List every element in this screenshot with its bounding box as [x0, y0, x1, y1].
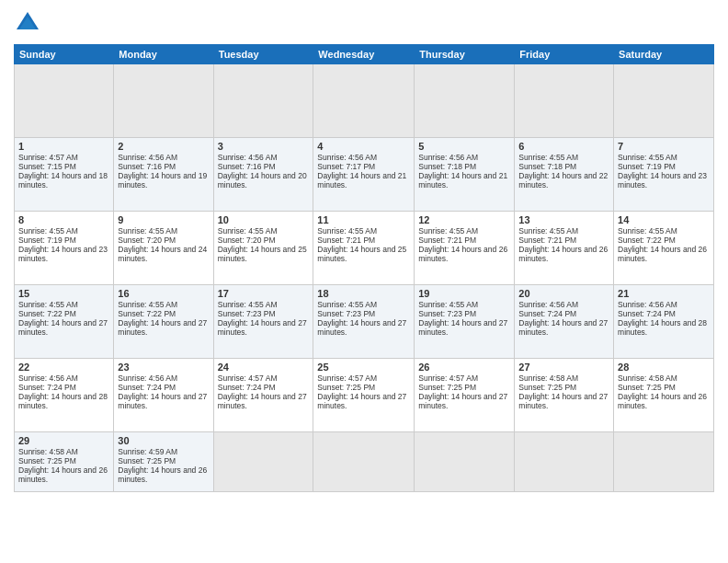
calendar-cell — [415, 432, 515, 492]
day-number: 7 — [618, 141, 710, 152]
calendar-cell — [313, 64, 415, 138]
daylight-label: Daylight: 14 hours and 26 minutes. — [518, 245, 608, 263]
daylight-label: Daylight: 14 hours and 22 minutes. — [518, 171, 608, 190]
daylight-label: Daylight: 14 hours and 23 minutes. — [618, 171, 707, 190]
day-number: 25 — [317, 362, 410, 373]
sunset-label: Sunset: 7:24 PM — [18, 383, 76, 392]
calendar-cell: 28 Sunrise: 4:58 AM Sunset: 7:25 PM Dayl… — [614, 359, 714, 432]
day-number: 22 — [18, 362, 109, 373]
logo-icon — [14, 9, 41, 37]
calendar-cell: 24 Sunrise: 4:57 AM Sunset: 7:24 PM Dayl… — [213, 359, 313, 432]
sunrise-label: Sunrise: 4:56 AM — [317, 153, 377, 162]
calendar-cell: 6 Sunrise: 4:55 AM Sunset: 7:18 PM Dayli… — [515, 138, 614, 212]
day-number: 16 — [118, 288, 209, 299]
calendar-cell: 16 Sunrise: 4:55 AM Sunset: 7:22 PM Dayl… — [114, 285, 213, 359]
calendar-cell: 2 Sunrise: 4:56 AM Sunset: 7:16 PM Dayli… — [114, 138, 213, 212]
calendar-cell — [515, 432, 614, 492]
day-number: 24 — [218, 362, 310, 373]
daylight-label: Daylight: 14 hours and 23 minutes. — [18, 245, 108, 263]
sunrise-label: Sunrise: 4:55 AM — [518, 226, 578, 236]
day-number: 8 — [18, 214, 109, 225]
sunrise-label: Sunrise: 4:58 AM — [618, 373, 677, 383]
daylight-label: Daylight: 14 hours and 19 minutes. — [118, 171, 207, 190]
sunset-label: Sunset: 7:23 PM — [418, 309, 476, 318]
header — [14, 9, 714, 37]
calendar-cell: 18 Sunrise: 4:55 AM Sunset: 7:23 PM Dayl… — [313, 285, 415, 359]
daylight-label: Daylight: 14 hours and 27 minutes. — [18, 318, 108, 337]
calendar-cell: 1 Sunrise: 4:57 AM Sunset: 7:15 PM Dayli… — [15, 138, 114, 212]
day-number: 27 — [518, 362, 609, 373]
sunrise-label: Sunrise: 4:55 AM — [317, 300, 377, 309]
sunset-label: Sunset: 7:25 PM — [18, 456, 76, 465]
sunrise-label: Sunrise: 4:55 AM — [618, 153, 677, 162]
sunrise-label: Sunrise: 4:55 AM — [418, 300, 478, 309]
day-number: 30 — [118, 435, 209, 446]
calendar-cell — [15, 64, 114, 138]
sunrise-label: Sunrise: 4:58 AM — [518, 373, 578, 383]
calendar-cell — [213, 64, 313, 138]
sunset-label: Sunset: 7:20 PM — [118, 236, 176, 245]
day-number: 9 — [118, 214, 209, 225]
calendar-week-row: 1 Sunrise: 4:57 AM Sunset: 7:15 PM Dayli… — [15, 138, 714, 212]
sunset-label: Sunset: 7:16 PM — [218, 162, 276, 171]
calendar-cell: 25 Sunrise: 4:57 AM Sunset: 7:25 PM Dayl… — [313, 359, 415, 432]
sunrise-label: Sunrise: 4:56 AM — [18, 373, 78, 383]
sunrise-label: Sunrise: 4:56 AM — [618, 300, 677, 309]
sunset-label: Sunset: 7:15 PM — [18, 162, 76, 171]
daylight-label: Daylight: 14 hours and 18 minutes. — [18, 171, 108, 190]
sunset-label: Sunset: 7:18 PM — [518, 162, 576, 171]
calendar-cell — [114, 64, 213, 138]
calendar-week-row — [15, 64, 714, 138]
calendar-cell: 11 Sunrise: 4:55 AM Sunset: 7:21 PM Dayl… — [313, 212, 415, 285]
calendar-week-row: 29 Sunrise: 4:58 AM Sunset: 7:25 PM Dayl… — [15, 432, 714, 492]
sunset-label: Sunset: 7:19 PM — [618, 162, 676, 171]
daylight-label: Daylight: 14 hours and 27 minutes. — [118, 392, 207, 410]
daylight-label: Daylight: 14 hours and 21 minutes. — [317, 171, 406, 190]
calendar-cell: 19 Sunrise: 4:55 AM Sunset: 7:23 PM Dayl… — [415, 285, 515, 359]
sunset-label: Sunset: 7:25 PM — [618, 383, 676, 392]
day-number: 12 — [418, 214, 510, 225]
daylight-label: Daylight: 14 hours and 28 minutes. — [618, 318, 707, 337]
calendar-cell: 20 Sunrise: 4:56 AM Sunset: 7:24 PM Dayl… — [515, 285, 614, 359]
daylight-label: Daylight: 14 hours and 27 minutes. — [317, 392, 406, 410]
day-number: 28 — [618, 362, 710, 373]
calendar-cell — [614, 432, 714, 492]
sunrise-label: Sunrise: 4:57 AM — [418, 373, 478, 383]
calendar-cell: 13 Sunrise: 4:55 AM Sunset: 7:21 PM Dayl… — [515, 212, 614, 285]
sunrise-label: Sunrise: 4:57 AM — [317, 373, 377, 383]
day-number: 1 — [18, 141, 109, 152]
day-number: 4 — [317, 141, 410, 152]
sunrise-label: Sunrise: 4:55 AM — [218, 226, 278, 236]
daylight-label: Daylight: 14 hours and 27 minutes. — [218, 318, 307, 337]
day-number: 15 — [18, 288, 109, 299]
sunset-label: Sunset: 7:22 PM — [618, 236, 676, 245]
calendar-day-header: Saturday — [614, 45, 714, 64]
day-number: 10 — [218, 214, 310, 225]
sunrise-label: Sunrise: 4:57 AM — [218, 373, 278, 383]
sunset-label: Sunset: 7:21 PM — [418, 236, 476, 245]
sunrise-label: Sunrise: 4:57 AM — [18, 153, 78, 162]
calendar-day-header: Sunday — [15, 45, 114, 64]
daylight-label: Daylight: 14 hours and 26 minutes. — [618, 245, 707, 263]
daylight-label: Daylight: 14 hours and 27 minutes. — [518, 392, 608, 410]
calendar-cell — [515, 64, 614, 138]
daylight-label: Daylight: 14 hours and 27 minutes. — [418, 318, 507, 337]
sunrise-label: Sunrise: 4:55 AM — [18, 300, 78, 309]
daylight-label: Daylight: 14 hours and 25 minutes. — [317, 245, 406, 263]
calendar-cell: 15 Sunrise: 4:55 AM Sunset: 7:22 PM Dayl… — [15, 285, 114, 359]
daylight-label: Daylight: 14 hours and 26 minutes. — [118, 465, 207, 484]
sunset-label: Sunset: 7:23 PM — [218, 309, 276, 318]
calendar-cell: 10 Sunrise: 4:55 AM Sunset: 7:20 PM Dayl… — [213, 212, 313, 285]
calendar-cell: 8 Sunrise: 4:55 AM Sunset: 7:19 PM Dayli… — [15, 212, 114, 285]
sunrise-label: Sunrise: 4:55 AM — [317, 226, 377, 236]
calendar-cell: 30 Sunrise: 4:59 AM Sunset: 7:25 PM Dayl… — [114, 432, 213, 492]
day-number: 23 — [118, 362, 209, 373]
sunrise-label: Sunrise: 4:56 AM — [518, 300, 578, 309]
calendar-cell: 12 Sunrise: 4:55 AM Sunset: 7:21 PM Dayl… — [415, 212, 515, 285]
daylight-label: Daylight: 14 hours and 27 minutes. — [317, 318, 406, 337]
sunrise-label: Sunrise: 4:58 AM — [18, 447, 78, 456]
calendar-day-header: Monday — [114, 45, 213, 64]
day-number: 18 — [317, 288, 410, 299]
calendar-cell: 26 Sunrise: 4:57 AM Sunset: 7:25 PM Dayl… — [415, 359, 515, 432]
calendar-cell — [415, 64, 515, 138]
